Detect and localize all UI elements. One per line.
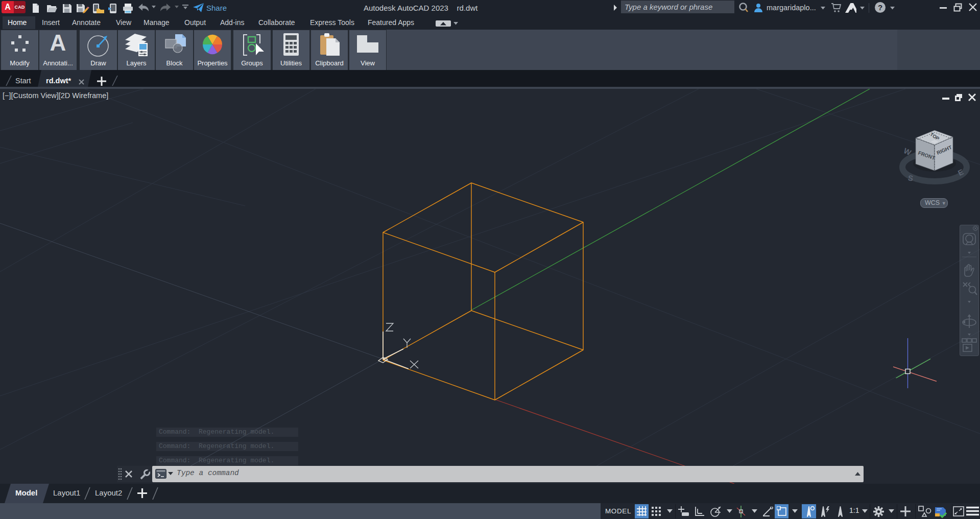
svg-text:S: S xyxy=(907,173,914,182)
